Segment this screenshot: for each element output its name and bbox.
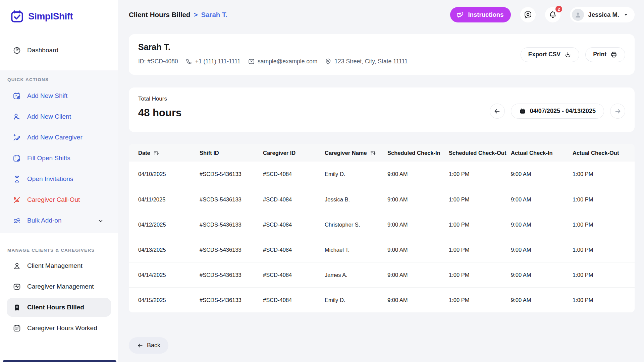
chevron-down-icon <box>98 218 104 224</box>
sidebar-item-caregiver-hours-worked[interactable]: Caregiver Hours Worked <box>0 318 118 339</box>
print-button[interactable]: Print <box>585 47 625 62</box>
sidebar-item-open-invitations[interactable]: Open Invitations <box>0 169 118 189</box>
export-csv-button[interactable]: Export CSV <box>521 47 579 62</box>
table-header-row: Date Shift IDCaregiver IDCaregiver Name … <box>129 144 635 162</box>
column-label: Caregiver Name <box>325 150 367 156</box>
table-cell: #SCD-4084 <box>263 196 325 203</box>
client-actions: Export CSV Print <box>521 42 625 67</box>
table-cell: #SCDS-5436133 <box>200 297 263 303</box>
total-hours-value: 48 hours <box>138 107 181 119</box>
messages-button[interactable] <box>520 7 536 22</box>
table-row: 04/11/2025#SCDS-5436133#SCD-4084Jessica … <box>129 187 635 212</box>
sidebar-item-label: Dashboard <box>27 47 58 54</box>
table-cell: 9:00 AM <box>511 196 573 203</box>
table-row: 04/10/2025#SCDS-5436133#SCD-4084Emily D.… <box>129 162 635 187</box>
sidebar-item-add-new-client[interactable]: Add New Client <box>0 106 118 127</box>
video-bubble-icon <box>524 10 532 19</box>
calendar-lines-icon <box>13 324 21 333</box>
sidebar-item-label: Open Invitations <box>27 175 73 183</box>
table-cell: 9:00 AM <box>387 196 449 203</box>
arrow-left-icon <box>493 108 501 115</box>
table-cell: 1:00 PM <box>573 196 625 203</box>
date-range-picker[interactable]: 04/07/2025 - 04/13/2025 <box>511 104 604 119</box>
map-pin-icon <box>325 58 332 65</box>
phone-slash-icon <box>13 196 21 204</box>
monitor-wave-icon <box>13 283 21 291</box>
person-add-icon <box>13 113 21 121</box>
sidebar-item-client-hours-billed[interactable]: Client Hours Billed <box>7 298 111 317</box>
svg-text:?: ? <box>458 13 460 16</box>
sidebar-item-label: Bulk Add-on <box>27 217 61 224</box>
hours-table: Date Shift IDCaregiver IDCaregiver Name … <box>129 144 635 312</box>
table-cell: Jessica B. <box>325 196 387 203</box>
download-icon <box>564 51 572 58</box>
user-menu[interactable]: Jessica M. <box>570 7 635 22</box>
breadcrumb: Client Hours Billed > Sarah T. <box>129 11 227 19</box>
table-cell: #SCDS-5436133 <box>200 272 263 278</box>
table-cell: #SCDS-5436133 <box>200 171 263 177</box>
sidebar-item-label: Caregiver Management <box>27 283 94 290</box>
total-hours-label: Total Hours <box>138 96 181 102</box>
column-header[interactable]: Date <box>138 150 200 156</box>
table-cell: 04/15/2025 <box>138 297 200 303</box>
client-meta: ID: #SCD-4080 +1 (111) 111-1111 <box>138 58 408 65</box>
column-label: Date <box>138 150 150 156</box>
column-label: Caregiver ID <box>263 150 296 156</box>
hand-plus-icon <box>13 133 21 142</box>
next-week-button[interactable] <box>610 104 625 119</box>
sidebar-item-add-new-shift[interactable]: Add New Shift <box>0 85 118 106</box>
table-cell: 9:00 AM <box>387 222 449 228</box>
back-arrow-icon <box>137 342 144 349</box>
sidebar-item-label: Fill Open Shifts <box>27 155 70 162</box>
phone-icon <box>185 58 193 65</box>
calendar-check-icon <box>10 9 24 23</box>
client-email: sample@example.com <box>248 58 317 65</box>
table-cell: 9:00 AM <box>387 272 449 278</box>
table-cell: 1:00 PM <box>573 171 625 177</box>
table-cell: 1:00 PM <box>449 171 511 177</box>
sidebar-item-caregiver-management[interactable]: Caregiver Management <box>0 276 118 297</box>
client-id: ID: #SCD-4080 <box>138 58 178 65</box>
sidebar-item-caregiver-call-out[interactable]: Caregiver Call-Out <box>0 189 118 210</box>
instructions-button[interactable]: ? Instructions <box>450 7 511 22</box>
column-header[interactable]: Caregiver Name <box>325 150 387 156</box>
column-header: Scheduled Check-In <box>387 150 449 156</box>
total-hours-card: Total Hours 48 hours 04/07/2025 - 04/13/… <box>129 87 635 132</box>
topbar: Client Hours Billed > Sarah T. ? Instruc… <box>129 7 635 23</box>
table-cell: 04/14/2025 <box>138 272 200 278</box>
previous-week-button[interactable] <box>490 104 505 119</box>
notifications-button[interactable]: 2 <box>545 7 560 22</box>
table-cell: 1:00 PM <box>573 222 625 228</box>
client-name: Sarah T. <box>138 42 408 52</box>
sidebar-item-bulk-add-on[interactable]: Bulk Add-on <box>0 210 118 231</box>
sidebar: SimplShift Dashboard QUICK ACTIONS Add N… <box>0 0 118 362</box>
sidebar-item-label: Caregiver Call-Out <box>27 196 80 203</box>
table-cell: Christopher S. <box>325 222 387 228</box>
column-header: Caregiver ID <box>263 150 325 156</box>
breadcrumb-current[interactable]: Sarah T. <box>201 11 227 19</box>
sidebar-item-client-management[interactable]: Client Management <box>0 255 118 276</box>
sidebar-item-fill-open-shifts[interactable]: Fill Open Shifts <box>0 148 118 169</box>
sidebar-item-dashboard[interactable]: Dashboard <box>0 42 118 58</box>
sidebar-item-add-new-caregiver[interactable]: Add New Caregiver <box>0 127 118 148</box>
column-label: Actual Check-Out <box>573 150 619 156</box>
arrow-right-icon <box>614 108 622 115</box>
table-cell: 9:00 AM <box>511 222 573 228</box>
column-header: Actual Check-Out <box>573 150 625 156</box>
sidebar-item-label: Add New Caregiver <box>27 134 83 141</box>
table-cell: 1:00 PM <box>573 272 625 278</box>
back-button[interactable]: Back <box>129 337 168 354</box>
sidebar-bottom-banner <box>3 360 116 362</box>
user-name: Jessica M. <box>588 11 619 18</box>
back-label: Back <box>147 342 160 349</box>
brand-logo[interactable]: SimplShift <box>0 0 118 23</box>
instructions-label: Instructions <box>468 11 504 18</box>
sidebar-item-label: Add New Client <box>27 113 71 120</box>
table-cell: 9:00 AM <box>387 247 449 253</box>
hourglass-icon <box>13 175 21 183</box>
table-cell: #SCD-4084 <box>263 272 325 278</box>
total-hours: Total Hours 48 hours <box>138 96 181 119</box>
client-phone: +1 (111) 111-1111 <box>185 58 240 65</box>
table-cell: Michael T. <box>325 247 387 253</box>
table-cell: 04/11/2025 <box>138 196 200 203</box>
